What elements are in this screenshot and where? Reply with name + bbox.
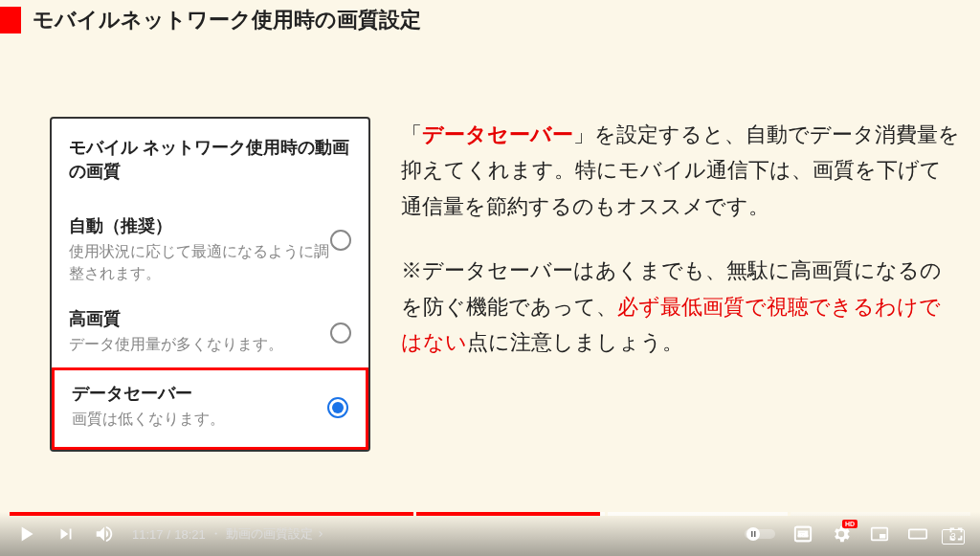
- header-accent-block: [0, 7, 21, 33]
- option-desc: 画質は低くなります。: [72, 409, 327, 430]
- settings-button[interactable]: HD: [831, 523, 852, 545]
- theater-mode-button[interactable]: [907, 523, 928, 545]
- progress-played: [10, 512, 600, 516]
- play-button[interactable]: [13, 522, 38, 546]
- chapter-marker: [788, 512, 791, 516]
- theater-icon: [907, 523, 928, 545]
- svg-rect-9: [909, 529, 926, 538]
- radio-unselected-icon[interactable]: [330, 322, 351, 344]
- miniplayer-button[interactable]: [869, 523, 890, 545]
- progress-bar[interactable]: [10, 512, 970, 516]
- miniplayer-icon: [869, 523, 890, 545]
- option-high-quality[interactable]: 高画質 データ使用量が多くなります。: [69, 296, 351, 367]
- panel-title: モバイル ネットワーク使用時の動画の画質: [69, 136, 351, 184]
- next-button[interactable]: [56, 523, 77, 545]
- option-auto[interactable]: 自動（推奨） 使用状況に応じて最適になるように調整されます。: [69, 203, 351, 296]
- video-player-controls: 11:17 / 18:21 ・ 動画の画質設定 HD: [0, 512, 980, 556]
- chapter-title-link[interactable]: 動画の画質設定: [226, 525, 326, 543]
- slide-header: モバイルネットワーク使用時の画質設定: [0, 0, 980, 40]
- content-area: モバイル ネットワーク使用時の動画の画質 自動（推奨） 使用状況に応じて最適にな…: [0, 40, 980, 452]
- phone-settings-panel: モバイル ネットワーク使用時の動画の画質 自動（推奨） 使用状況に応じて最適にな…: [50, 117, 370, 452]
- svg-point-1: [746, 527, 760, 541]
- explanation-paragraph-2: ※データセーバーはあくまでも、無駄に高画質になるのを防ぐ機能であって、必ず最低画…: [401, 253, 961, 360]
- playlist-count-badge[interactable]: 3: [942, 529, 965, 545]
- highlighted-option-box: データセーバー 画質は低くなります。: [52, 367, 368, 450]
- explanation-text: 「データセーバー」を設定すると、自動でデータ消費量を抑えてくれます。特にモバイル…: [401, 117, 961, 452]
- svg-rect-8: [880, 534, 885, 539]
- option-desc: 使用状況に応じて最適になるように調整されます。: [69, 241, 330, 284]
- radio-selected-icon[interactable]: [327, 397, 348, 418]
- volume-icon: [94, 523, 115, 545]
- option-title: 高画質: [69, 307, 330, 330]
- explanation-paragraph-1: 「データセーバー」を設定すると、自動でデータ消費量を抑えてくれます。特にモバイル…: [401, 117, 961, 224]
- play-icon: [13, 522, 38, 546]
- option-desc: データ使用量が多くなります。: [69, 334, 330, 355]
- svg-rect-6: [804, 535, 809, 537]
- svg-rect-3: [754, 531, 756, 537]
- total-time: 18:21: [174, 527, 206, 542]
- subtitles-icon: [792, 523, 813, 545]
- svg-rect-2: [751, 531, 753, 537]
- svg-rect-4: [795, 527, 812, 542]
- svg-rect-5: [798, 535, 803, 537]
- volume-button[interactable]: [94, 523, 115, 545]
- chapter-marker: [413, 512, 416, 516]
- highlight-data-saver: データセーバー: [422, 122, 573, 146]
- radio-unselected-icon[interactable]: [330, 230, 351, 251]
- option-title: データセーバー: [72, 382, 327, 405]
- toggle-icon: [745, 525, 775, 543]
- chevron-right-icon: [315, 528, 326, 540]
- subtitles-button[interactable]: [792, 523, 813, 545]
- hd-badge: HD: [842, 520, 858, 528]
- header-title: モバイルネットワーク使用時の画質設定: [33, 6, 421, 34]
- time-display: 11:17 / 18:21 ・ 動画の画質設定: [132, 525, 326, 543]
- current-time: 11:17: [132, 527, 164, 542]
- next-icon: [56, 523, 77, 545]
- option-data-saver[interactable]: データセーバー 画質は低くなります。: [72, 382, 348, 430]
- chapter-marker: [605, 512, 608, 516]
- autoplay-toggle[interactable]: [745, 525, 775, 543]
- option-title: 自動（推奨）: [69, 214, 330, 237]
